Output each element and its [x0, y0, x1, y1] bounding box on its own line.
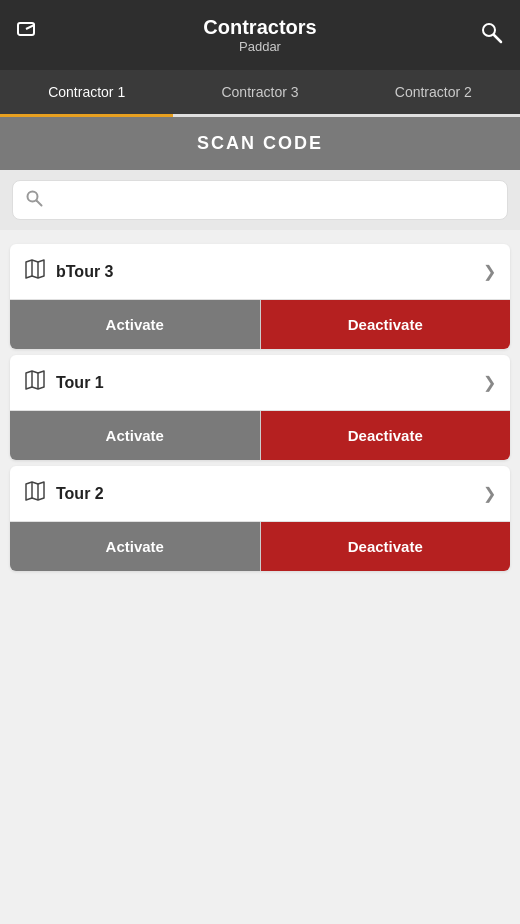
search-input[interactable]	[51, 192, 495, 209]
tour-header-btour3[interactable]: bTour 3 ❯	[10, 244, 510, 299]
svg-line-2	[494, 35, 501, 42]
search-box	[12, 180, 508, 220]
tour-info-btour3: bTour 3	[24, 258, 113, 285]
tour-card-tour2: Tour 2 ❯ Activate Deactivate	[10, 466, 510, 571]
svg-line-4	[37, 201, 42, 206]
app-header: Contractors Paddar	[0, 0, 520, 70]
activate-button-tour2[interactable]: Activate	[10, 522, 261, 571]
tour-info-tour2: Tour 2	[24, 480, 104, 507]
svg-marker-11	[26, 482, 44, 500]
search-icon	[25, 189, 43, 211]
tour-card-tour1: Tour 1 ❯ Activate Deactivate	[10, 355, 510, 460]
deactivate-button-btour3[interactable]: Deactivate	[261, 300, 511, 349]
map-icon-btour3	[24, 258, 46, 285]
scan-banner: SCAN CODE	[0, 117, 520, 170]
tab-bar: Contractor 1 Contractor 3 Contractor 2	[0, 70, 520, 117]
activate-button-tour1[interactable]: Activate	[10, 411, 261, 460]
tour-header-tour2[interactable]: Tour 2 ❯	[10, 466, 510, 521]
tour-list: bTour 3 ❯ Activate Deactivate Tour 1 ❯	[0, 230, 520, 585]
tab-contractor-2[interactable]: Contractor 2	[347, 70, 520, 117]
tour-name-tour2: Tour 2	[56, 485, 104, 503]
tour-name-btour3: bTour 3	[56, 263, 113, 281]
tab-contractor-3[interactable]: Contractor 3	[173, 70, 346, 117]
tour-actions-tour2: Activate Deactivate	[10, 521, 510, 571]
tour-name-tour1: Tour 1	[56, 374, 104, 392]
map-icon-tour1	[24, 369, 46, 396]
tour-header-tour1[interactable]: Tour 1 ❯	[10, 355, 510, 410]
chevron-icon-btour3: ❯	[483, 262, 496, 281]
deactivate-button-tour2[interactable]: Deactivate	[261, 522, 511, 571]
chevron-icon-tour2: ❯	[483, 484, 496, 503]
svg-marker-5	[26, 260, 44, 278]
svg-marker-8	[26, 371, 44, 389]
tour-info-tour1: Tour 1	[24, 369, 104, 396]
app-title: Contractors	[42, 16, 478, 39]
back-button[interactable]	[16, 19, 42, 51]
deactivate-button-tour1[interactable]: Deactivate	[261, 411, 511, 460]
activate-button-btour3[interactable]: Activate	[10, 300, 261, 349]
tour-card-btour3: bTour 3 ❯ Activate Deactivate	[10, 244, 510, 349]
chevron-icon-tour1: ❯	[483, 373, 496, 392]
search-container	[0, 170, 520, 230]
tab-contractor-1[interactable]: Contractor 1	[0, 70, 173, 117]
tour-actions-btour3: Activate Deactivate	[10, 299, 510, 349]
header-title-group: Contractors Paddar	[42, 16, 478, 54]
map-icon-tour2	[24, 480, 46, 507]
tour-actions-tour1: Activate Deactivate	[10, 410, 510, 460]
search-button[interactable]	[478, 19, 504, 51]
app-subtitle: Paddar	[42, 39, 478, 54]
